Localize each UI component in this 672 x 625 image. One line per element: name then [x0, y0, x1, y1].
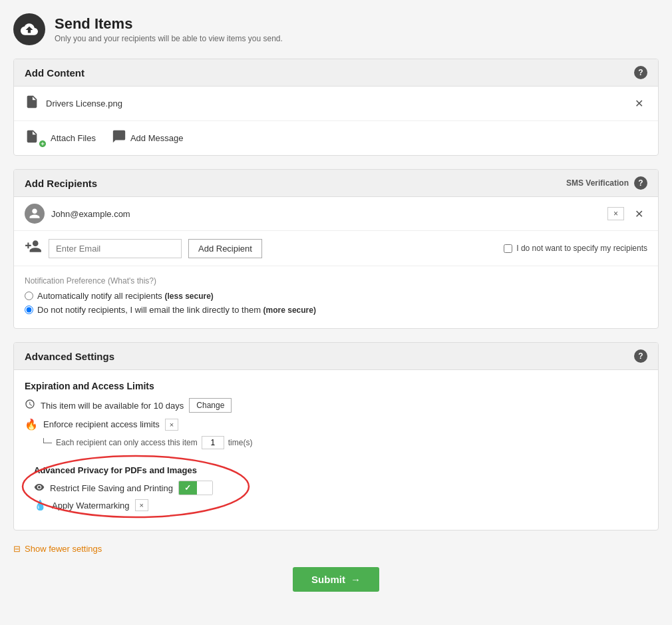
change-button[interactable]: Change: [189, 398, 232, 413]
page-header-text: Send Items Only you and your recipients …: [55, 15, 283, 43]
toggle-on-part: ✓: [179, 481, 197, 495]
file-icon: [25, 95, 39, 112]
page-title: Send Items: [55, 15, 283, 33]
tree-connector: └─: [41, 438, 52, 447]
file-name: Drivers License.png: [46, 99, 122, 108]
advanced-settings-section: Advanced Settings ? Expiration and Acces…: [13, 342, 659, 530]
notification-section: Notification Preference (What's this?) A…: [14, 266, 658, 328]
recipient-email: John@example.com: [51, 209, 130, 219]
expiration-title: Expiration and Access Limits: [25, 381, 647, 391]
recipients-header-right: SMS Verification ?: [566, 176, 647, 190]
show-fewer-link[interactable]: ⊟ Show fewer settings: [13, 544, 659, 554]
no-recipients-checkbox[interactable]: [504, 244, 512, 253]
submit-arrow: →: [351, 574, 361, 585]
watermark-toggle[interactable]: ×: [135, 499, 148, 511]
add-message-label: Add Message: [130, 133, 184, 143]
advanced-settings-title: Advanced Settings: [25, 351, 114, 362]
remove-recipient-button[interactable]: ✕: [631, 206, 647, 222]
add-content-header: Add Content ?: [14, 59, 658, 87]
restrict-row: Restrict File Saving and Printing ✓: [34, 481, 228, 495]
add-content-title: Add Content: [25, 67, 84, 79]
no-recipients-area: I do not want to specify my recipients: [504, 244, 647, 253]
add-person-icon: [25, 238, 42, 259]
privacy-title: Advanced Privacy for PDFs and Images: [34, 465, 228, 475]
advanced-body: Expiration and Access Limits This item w…: [14, 370, 658, 530]
file-row-left: Drivers License.png: [25, 95, 122, 112]
whats-this[interactable]: (What's this?): [108, 276, 156, 286]
upload-icon: [13, 13, 45, 45]
sms-label: SMS Verification: [566, 178, 629, 188]
radio-no-notify: Do not notify recipients, I will email t…: [25, 305, 647, 315]
watermark-label: Apply Watermarking: [52, 501, 130, 511]
advanced-help-icon[interactable]: ?: [634, 349, 647, 363]
remove-file-button[interactable]: ✕: [631, 96, 647, 111]
drop-icon: 💧: [34, 499, 47, 511]
add-content-body: Drivers License.png ✕ Attach Files: [14, 87, 658, 155]
advanced-settings-header: Advanced Settings ?: [14, 343, 658, 370]
add-recipient-button[interactable]: Add Recipient: [188, 239, 262, 258]
file-row: Drivers License.png ✕: [14, 87, 658, 121]
restrict-toggle[interactable]: ✓: [178, 481, 213, 495]
radio-no-notify-label: Do not notify recipients, I will email t…: [37, 305, 316, 315]
radio-auto-notify-input[interactable]: [25, 292, 33, 300]
access-prefix: Each recipient can only access this item: [56, 438, 198, 447]
show-fewer-icon: ⊟: [13, 544, 21, 554]
radio-no-notify-input[interactable]: [25, 306, 33, 314]
toggle-off-part: [197, 481, 212, 495]
attach-files-link[interactable]: Attach Files: [25, 129, 96, 147]
expiration-text: This item will be available for 10 days: [41, 401, 184, 411]
notification-title: Notification Preference (What's this?): [25, 276, 647, 286]
enforce-toggle[interactable]: ×: [165, 419, 178, 431]
recipient-left: John@example.com: [25, 204, 130, 224]
privacy-highlight-wrapper: Advanced Privacy for PDFs and Images Res…: [25, 459, 238, 519]
submit-label: Submit: [311, 574, 345, 585]
submit-area: Submit →: [13, 567, 659, 592]
page-subtitle: Only you and your recipients will be abl…: [55, 34, 283, 43]
message-icon: [112, 129, 126, 147]
access-suffix: time(s): [228, 438, 253, 447]
attach-icon: [25, 129, 47, 147]
toggle-checkmark: ✓: [184, 483, 191, 493]
privacy-box: Advanced Privacy for PDFs and Images Res…: [25, 459, 238, 519]
submit-button[interactable]: Submit →: [293, 567, 379, 592]
recipients-title: Add Recipients: [25, 178, 97, 189]
add-recipient-row: Add Recipient I do not want to specify m…: [14, 231, 658, 266]
add-recipients-section: Add Recipients SMS Verification ? John@e…: [13, 169, 659, 329]
radio-auto-notify: Automatically notify all recipients (les…: [25, 291, 647, 301]
enforce-label: Enforce recipient access limits: [43, 419, 160, 429]
sms-toggle-box[interactable]: ×: [607, 207, 624, 220]
show-fewer-label: Show fewer settings: [25, 544, 102, 554]
attach-files-label: Attach Files: [51, 133, 96, 143]
clock-icon: [25, 399, 35, 412]
eye-icon: [34, 482, 45, 495]
recipient-right: × ✕: [607, 206, 647, 222]
add-message-link[interactable]: Add Message: [112, 129, 184, 147]
radio-auto-notify-label: Automatically notify all recipients (les…: [37, 291, 214, 301]
sms-x-label: ×: [613, 209, 618, 218]
fire-icon: 🔥: [25, 418, 38, 431]
add-content-section: Add Content ? Drivers License.png ✕: [13, 59, 659, 156]
no-recipients-label: I do not want to specify my recipients: [516, 244, 647, 253]
page-header: Send Items Only you and your recipients …: [13, 13, 659, 45]
recipients-header: Add Recipients SMS Verification ?: [14, 170, 658, 197]
recipients-help-icon[interactable]: ?: [634, 176, 647, 190]
email-input[interactable]: [49, 239, 182, 258]
add-content-help-icon[interactable]: ?: [634, 66, 647, 79]
recipient-row: John@example.com × ✕: [14, 197, 658, 231]
watermark-row: 💧 Apply Watermarking ×: [34, 499, 228, 511]
restrict-label: Restrict File Saving and Printing: [50, 483, 173, 493]
recipients-body: John@example.com × ✕ Add Recipient I do …: [14, 197, 658, 328]
expiration-row: This item will be available for 10 days …: [25, 398, 647, 413]
access-times-row: └─ Each recipient can only access this i…: [41, 436, 647, 449]
enforce-row: 🔥 Enforce recipient access limits ×: [25, 418, 647, 431]
action-row: Attach Files Add Message: [14, 121, 658, 155]
avatar: [25, 204, 45, 224]
access-times-input[interactable]: [202, 436, 224, 449]
